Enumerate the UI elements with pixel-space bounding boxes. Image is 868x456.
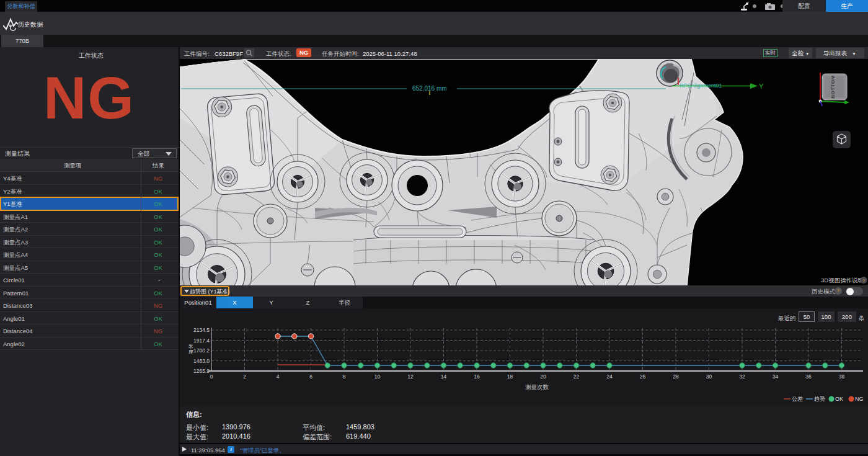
- svg-text:趋势: 趋势: [814, 396, 825, 402]
- svg-text:16: 16: [474, 373, 480, 380]
- svg-text:公差: 公差: [792, 396, 803, 402]
- svg-text:6: 6: [309, 373, 312, 380]
- svg-text:厘: 厘: [188, 349, 193, 355]
- svg-text:2: 2: [243, 373, 246, 380]
- svg-text:1265.9: 1265.9: [193, 368, 210, 374]
- svg-text:38: 38: [839, 373, 845, 380]
- svg-text:34: 34: [773, 373, 779, 380]
- svg-text:20: 20: [540, 373, 546, 380]
- svg-text:1483.0: 1483.0: [193, 358, 210, 364]
- svg-text:Y: Y: [759, 83, 764, 90]
- svg-text:14: 14: [441, 373, 447, 380]
- svg-text:36: 36: [805, 373, 812, 380]
- svg-text:1917.4: 1917.4: [193, 338, 210, 344]
- svg-text:32: 32: [739, 373, 745, 380]
- svg-text:?: ?: [862, 278, 866, 284]
- svg-text:10: 10: [374, 373, 381, 380]
- svg-text:22: 22: [574, 373, 580, 380]
- svg-text:4: 4: [277, 373, 280, 380]
- svg-text:NG: NG: [855, 396, 864, 402]
- svg-text:18: 18: [507, 373, 513, 380]
- svg-text:12: 12: [407, 373, 414, 380]
- svg-text:OK: OK: [835, 396, 843, 402]
- svg-text:测量次数: 测量次数: [525, 383, 549, 390]
- svg-text:BOTTOM: BOTTOM: [830, 75, 836, 99]
- svg-text:米: 米: [188, 344, 193, 349]
- svg-text:30: 30: [706, 373, 712, 380]
- svg-text:26: 26: [640, 373, 646, 380]
- svg-text:0: 0: [210, 373, 213, 380]
- svg-text:652.016 mm: 652.016 mm: [412, 85, 447, 92]
- svg-text:2134.5: 2134.5: [193, 327, 210, 333]
- svg-text:RPSAlignment01: RPSAlignment01: [680, 83, 722, 89]
- svg-text:24: 24: [606, 373, 613, 380]
- svg-text:3D视图操作说明: 3D视图操作说明: [821, 277, 864, 284]
- svg-text:28: 28: [673, 373, 679, 380]
- svg-text:1700.2: 1700.2: [193, 347, 210, 354]
- svg-text:8: 8: [343, 373, 346, 380]
